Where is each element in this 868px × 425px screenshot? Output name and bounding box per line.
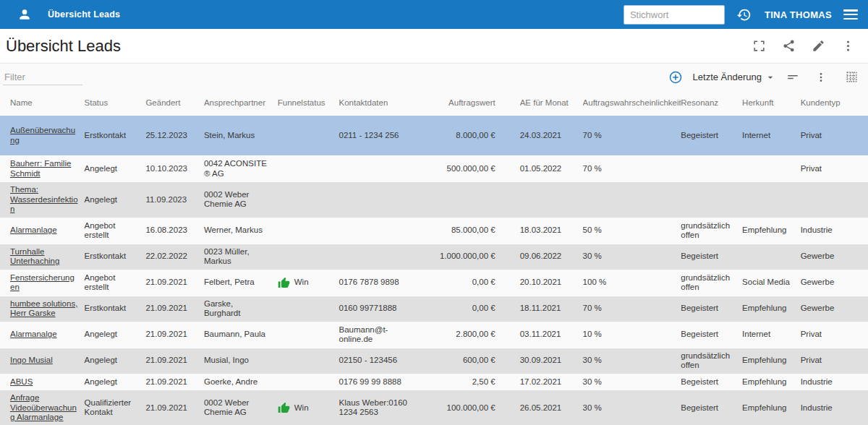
lead-name-link[interactable]: ABUS xyxy=(10,377,33,386)
cell-ansprechpartner: Stein, Markus xyxy=(204,116,278,156)
table-row[interactable]: AlarmanalgeAngelegt21.09.2021Baumann, Pa… xyxy=(0,322,868,348)
table-row[interactable]: Turnhalle UnterhachingErstkontakt22.02.2… xyxy=(0,244,868,270)
cell-name: Turnhalle Unterhaching xyxy=(0,244,85,270)
cell-ae_fuer_monat: 30.09.2021 xyxy=(520,348,583,374)
cell-kontaktdaten: 0211 - 1234 256 xyxy=(339,116,419,156)
funnel-win-label: Win xyxy=(294,403,309,413)
cell-geaendert: 22.02.2022 xyxy=(145,244,204,270)
cell-kontaktdaten: 0176 7878 9898 xyxy=(339,270,419,296)
cell-funnelstatus xyxy=(278,218,339,244)
cell-ae_fuer_monat: 03.11.2021 xyxy=(520,322,583,348)
cell-herkunft: Empfehlung xyxy=(742,374,801,390)
more-vert-icon[interactable] xyxy=(841,39,855,53)
table-row[interactable]: Ingo MusialAngelegt21.09.2021Musial, Ing… xyxy=(0,348,868,374)
cell-name: Fenstersicherungen xyxy=(0,270,85,296)
cell-auftragswert: 8.000,00 € xyxy=(419,116,520,156)
menu-icon[interactable] xyxy=(843,9,858,20)
cell-name: Anfrage Videoüberwachung Alarmanlage xyxy=(0,390,85,425)
cell-ansprechpartner: Werner, Markus xyxy=(204,218,278,244)
sort-by-dropdown[interactable]: Letzte Änderung xyxy=(693,72,786,83)
cell-auftragswert: 0,00 € xyxy=(419,270,520,296)
lead-name-link[interactable]: Alarmanalge xyxy=(10,330,57,338)
cell-wahrscheinlichkeit: 10 % xyxy=(583,322,681,348)
lead-name-link[interactable]: Ingo Musial xyxy=(10,356,53,364)
lead-name-link[interactable]: humbee solutions, Herr Garske xyxy=(10,299,77,318)
cell-name: Bauherr: Familie Schmidt xyxy=(0,156,85,182)
sort-by-label: Letzte Änderung xyxy=(693,72,762,82)
cell-resonanz: grundsätzlich offen xyxy=(681,218,742,244)
column-header-auftragswert[interactable]: Auftragswert xyxy=(419,90,520,116)
cell-geaendert: 21.09.2021 xyxy=(145,296,204,322)
lead-name-link[interactable]: Anfrage Videoüberwachung Alarmanlage xyxy=(10,393,77,421)
cell-resonanz: Begeistert xyxy=(681,244,742,270)
search-input[interactable] xyxy=(624,5,725,25)
cell-resonanz: Begeistert xyxy=(681,296,742,322)
cell-status: Angelegt xyxy=(85,374,146,390)
cell-funnelstatus xyxy=(278,374,339,390)
cell-auftragswert: 1.000.000,00 € xyxy=(419,244,520,270)
cell-herkunft: Empfehlung xyxy=(742,296,801,322)
filter-input[interactable] xyxy=(3,69,82,85)
cell-status: Erstkontakt xyxy=(85,244,146,270)
cell-ae_fuer_monat: 01.05.2022 xyxy=(520,156,583,182)
table-row[interactable]: AlarmanlageAngebot erstellt16.08.2023Wer… xyxy=(0,218,868,244)
toolbar: Letzte Änderung xyxy=(0,64,868,90)
column-header-name[interactable]: Name xyxy=(0,90,85,116)
cell-kundentyp: Privat xyxy=(801,348,868,374)
add-lead-button[interactable] xyxy=(668,70,693,85)
cell-wahrscheinlichkeit: 70 % xyxy=(583,156,681,182)
column-header-herkunft[interactable]: Herkunft xyxy=(742,90,801,116)
cell-geaendert: 21.09.2021 xyxy=(145,390,204,425)
table-row[interactable]: Anfrage Videoüberwachung AlarmanlageQual… xyxy=(0,390,868,425)
lead-name-link[interactable]: Alarmanlage xyxy=(10,226,57,234)
cell-ansprechpartner: 0002 Weber Chemie AG xyxy=(204,182,278,218)
column-header-wahrscheinlichkeit[interactable]: Auftragswahrscheinlichkeit xyxy=(583,90,681,116)
table-row[interactable]: Bauherr: Familie SchmidtAngelegt10.10.20… xyxy=(0,156,868,182)
table-row[interactable]: AußenüberwachungErstkontakt25.12.2023Ste… xyxy=(0,116,868,156)
column-header-resonanz[interactable]: Resonanz xyxy=(681,90,742,116)
cell-funnelstatus xyxy=(278,182,339,218)
cell-resonanz: grundsätzlich offen xyxy=(681,270,742,296)
column-header-geaendert[interactable]: Geändert xyxy=(145,90,204,116)
lead-name-link[interactable]: Turnhalle Unterhaching xyxy=(10,247,59,266)
leads-table: NameStatusGeändertAnsprechpartnerFunnels… xyxy=(0,90,868,425)
user-menu[interactable]: TINA THOMAS xyxy=(765,9,832,20)
column-header-ae_fuer_monat[interactable]: AE für Monat xyxy=(520,90,583,116)
cell-kontaktdaten xyxy=(339,156,419,182)
column-header-funnelstatus[interactable]: Funnelstatus xyxy=(278,90,339,116)
cell-status: Erstkontakt xyxy=(85,116,146,156)
table-row[interactable]: humbee solutions, Herr GarskeErstkontakt… xyxy=(0,296,868,322)
cell-herkunft xyxy=(742,182,801,218)
column-header-kundentyp[interactable]: Kundentyp xyxy=(801,90,868,116)
cell-auftragswert: 600,00 € xyxy=(419,348,520,374)
column-header-ansprechpartner[interactable]: Ansprechpartner xyxy=(204,90,278,116)
funnel-win-badge: Win xyxy=(278,277,333,289)
column-header-kontaktdaten[interactable]: Kontaktdaten xyxy=(339,90,419,116)
fullscreen-icon[interactable] xyxy=(752,39,766,53)
share-icon[interactable] xyxy=(782,39,796,53)
cell-status: Qualifizierter Kontakt xyxy=(85,390,146,425)
cell-herkunft: Internet xyxy=(742,116,801,156)
column-header-status[interactable]: Status xyxy=(85,90,146,116)
cell-wahrscheinlichkeit: 70 % xyxy=(583,116,681,156)
edit-icon[interactable] xyxy=(812,39,825,53)
history-icon[interactable] xyxy=(736,7,752,22)
cell-name: Außenüberwachung xyxy=(0,116,85,156)
table-row[interactable]: Thema: WasserdesinfektionAngelegt11.09.2… xyxy=(0,182,868,218)
more-vert-icon[interactable] xyxy=(815,71,827,84)
cell-ansprechpartner: Musial, Ingo xyxy=(204,348,278,374)
lead-name-link[interactable]: Bauherr: Familie Schmidt xyxy=(10,159,71,178)
grid-view-icon[interactable] xyxy=(846,71,858,83)
table-row[interactable]: FenstersicherungenAngebot erstellt21.09.… xyxy=(0,270,868,296)
cell-funnelstatus xyxy=(278,296,339,322)
lead-name-link[interactable]: Außenüberwachung xyxy=(10,126,75,145)
table-row[interactable]: ABUSAngelegt21.09.2021Goerke, Andre0176 … xyxy=(0,374,868,390)
lead-name-link[interactable]: Thema: Wasserdesinfektion xyxy=(10,185,78,213)
lead-name-link[interactable]: Fenstersicherungen xyxy=(10,273,75,292)
cell-kontaktdaten: 0176 99 99 8888 xyxy=(339,374,419,390)
leads-table-container: NameStatusGeändertAnsprechpartnerFunnels… xyxy=(0,90,868,425)
cell-funnelstatus xyxy=(278,322,339,348)
sort-icon[interactable] xyxy=(786,71,799,84)
cell-resonanz xyxy=(681,156,742,182)
cell-ae_fuer_monat xyxy=(520,182,583,218)
